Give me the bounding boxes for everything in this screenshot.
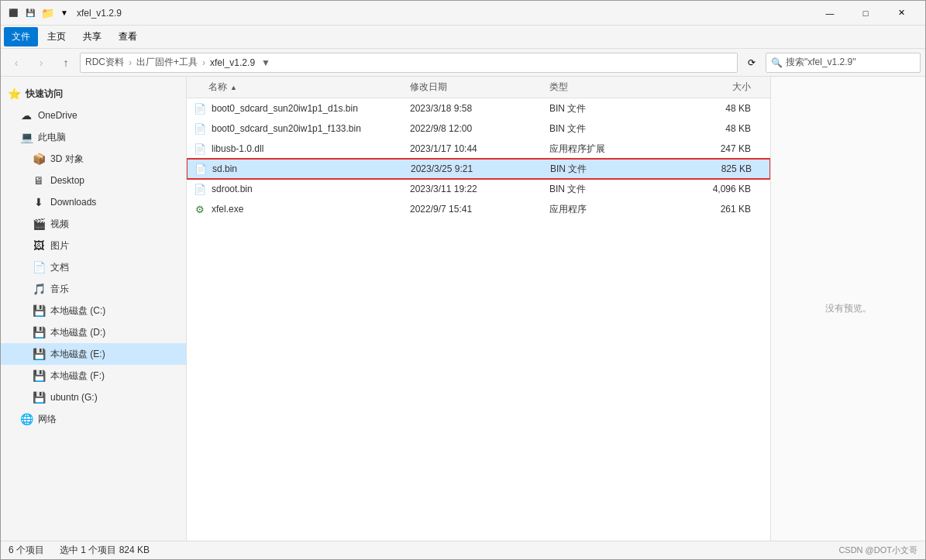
sidebar-item-drive-f[interactable]: 💾 本地磁盘 (F:) <box>1 365 186 387</box>
up-button[interactable]: ↑ <box>55 52 77 74</box>
search-icon: 🔍 <box>771 57 783 68</box>
table-row[interactable]: 📄 libusb-1.0.dll 2023/1/17 10:44 应用程序扩展 … <box>187 139 770 159</box>
col-header-type[interactable]: 类型 <box>549 81 658 94</box>
dropdown-arrow-icon: ▼ <box>58 7 71 19</box>
status-bar: 6 个项目 选中 1 个项目 824 KB CSDN @DOT小文哥 <box>1 541 925 559</box>
save-icon: 💾 <box>24 7 36 19</box>
file-icon-bin: 📄 <box>193 122 207 136</box>
table-row[interactable]: 📄 sdroot.bin 2023/3/11 19:22 BIN 文件 4,09… <box>187 179 770 199</box>
file-icon-bin: 📄 <box>194 162 208 176</box>
music-icon: 🎵 <box>32 283 46 295</box>
sidebar-item-videos[interactable]: 🎬 视频 <box>1 213 186 235</box>
address-crumb-current: xfel_v1.2.9 <box>210 57 255 68</box>
sidebar-item-drive-e[interactable]: 💾 本地磁盘 (E:) <box>1 343 186 365</box>
col-header-size[interactable]: 大小 <box>658 81 751 94</box>
drive-c-icon: 💾 <box>32 304 46 317</box>
maximize-button[interactable]: □ <box>848 1 883 26</box>
menu-view[interactable]: 查看 <box>111 27 145 46</box>
window-title: xfel_v1.2.9 <box>77 8 812 19</box>
file-type: BIN 文件 <box>549 122 658 136</box>
preview-pane: 没有预览。 <box>770 77 925 541</box>
back-button[interactable]: ‹ <box>5 52 27 74</box>
file-icon-bin: 📄 <box>193 182 207 196</box>
file-size: 247 KB <box>658 143 751 154</box>
search-bar[interactable]: 🔍 搜索"xfel_v1.2.9" <box>766 53 921 73</box>
download-icon: ⬇ <box>32 196 46 208</box>
file-size: 48 KB <box>658 123 751 134</box>
table-row[interactable]: 📄 boot0_sdcard_sun20iw1p1_f133.bin 2022/… <box>187 119 770 139</box>
search-text: 搜索"xfel_v1.2.9" <box>786 56 856 69</box>
table-row[interactable]: 📄 boot0_sdcard_sun20iw1p1_d1s.bin 2023/3… <box>187 98 770 119</box>
refresh-button[interactable]: ⟳ <box>741 52 762 74</box>
sidebar-item-ubuntn[interactable]: 💾 ubuntn (G:) <box>1 387 186 408</box>
sidebar-label-drive-d: 本地磁盘 (D:) <box>50 326 105 339</box>
menu-share[interactable]: 共享 <box>75 27 109 46</box>
file-name: xfel.exe <box>212 204 410 215</box>
address-sep-2: › <box>202 57 205 68</box>
sidebar-item-quick-access[interactable]: ⭐ 快速访问 <box>1 83 186 105</box>
file-name: boot0_sdcard_sun20iw1p1_f133.bin <box>212 123 410 134</box>
menu-home[interactable]: 主页 <box>40 27 74 46</box>
sidebar-label-network: 网络 <box>38 413 57 426</box>
drive-e-icon: 💾 <box>32 348 46 360</box>
sidebar-item-downloads[interactable]: ⬇ Downloads <box>1 191 186 213</box>
minimize-button[interactable]: — <box>812 1 848 26</box>
sidebar-label-3d: 3D 对象 <box>50 153 84 166</box>
no-preview-text: 没有预览。 <box>825 302 872 315</box>
sidebar-item-documents[interactable]: 📄 文档 <box>1 256 186 278</box>
file-type: 应用程序 <box>549 203 658 216</box>
col-header-name[interactable]: 名称 ▲ <box>193 81 410 94</box>
sidebar-item-3d[interactable]: 📦 3D 对象 <box>1 148 186 170</box>
sidebar-item-drive-d[interactable]: 💾 本地磁盘 (D:) <box>1 321 186 343</box>
drive-f-icon: 💾 <box>32 369 46 382</box>
drive-d-icon: 💾 <box>32 326 46 338</box>
sidebar-label-videos: 视频 <box>50 218 69 231</box>
sidebar-label-pictures: 图片 <box>50 239 69 253</box>
file-list: 名称 ▲ 修改日期 类型 大小 📄 boot0_sd <box>187 77 770 541</box>
close-button[interactable]: ✕ <box>883 1 919 26</box>
menu-file[interactable]: 文件 <box>4 27 38 46</box>
desktop-icon: 🖥 <box>32 174 46 187</box>
file-name: sd.bin <box>212 163 411 174</box>
sidebar-label-music: 音乐 <box>50 283 69 296</box>
sidebar-item-desktop[interactable]: 🖥 Desktop <box>1 170 186 191</box>
file-size: 48 KB <box>658 103 751 114</box>
sidebar-item-network[interactable]: 🌐 网络 <box>1 408 186 430</box>
address-bar[interactable]: RDC资料 › 出厂固件+工具 › xfel_v1.2.9 ▼ <box>80 53 738 73</box>
cloud-icon: ☁ <box>19 109 33 122</box>
computer-icon: 💻 <box>19 131 33 143</box>
file-size: 261 KB <box>658 204 751 215</box>
file-date: 2023/1/17 10:44 <box>410 143 549 154</box>
sidebar-item-onedrive[interactable]: ☁ OneDrive <box>1 105 186 126</box>
ubuntn-icon: 💾 <box>32 391 46 404</box>
video-icon: 🎬 <box>32 218 46 230</box>
file-date: 2022/9/7 15:41 <box>410 204 549 215</box>
file-type: BIN 文件 <box>549 183 658 196</box>
file-date: 2023/3/18 9:58 <box>410 103 549 114</box>
address-dropdown-icon[interactable]: ▼ <box>261 57 270 68</box>
documents-icon: 📄 <box>32 261 46 273</box>
sidebar-label-desktop: Desktop <box>50 175 84 186</box>
col-header-date[interactable]: 修改日期 <box>410 81 549 94</box>
sidebar-item-music[interactable]: 🎵 音乐 <box>1 278 186 300</box>
menu-bar: 文件 主页 共享 查看 <box>1 26 925 49</box>
sidebar-item-drive-c[interactable]: 💾 本地磁盘 (C:) <box>1 300 186 321</box>
table-row[interactable]: 📄 sd.bin 2023/3/25 9:21 BIN 文件 825 KB <box>187 159 770 179</box>
sidebar-item-pictures[interactable]: 🖼 图片 <box>1 235 186 256</box>
address-sep-1: › <box>129 57 132 68</box>
network-icon: 🌐 <box>19 413 33 425</box>
status-item-count: 6 个项目 <box>9 544 44 557</box>
folder-icon: 📁 <box>41 7 53 19</box>
window-controls: — □ ✕ <box>812 1 919 26</box>
sidebar-label-drive-c: 本地磁盘 (C:) <box>50 304 105 318</box>
sidebar-label-onedrive: OneDrive <box>38 110 77 121</box>
table-row[interactable]: ⚙ xfel.exe 2022/9/7 15:41 应用程序 261 KB <box>187 199 770 219</box>
main-area: ⭐ 快速访问 ☁ OneDrive 💻 此电脑 📦 3D 对象 🖥 Deskto… <box>1 77 925 541</box>
forward-button[interactable]: › <box>30 52 52 74</box>
sidebar-item-this-pc[interactable]: 💻 此电脑 <box>1 126 186 148</box>
file-type: 应用程序扩展 <box>549 143 658 156</box>
file-icon-bin: 📄 <box>193 101 207 115</box>
explorer-window: ⬛ 💾 📁 ▼ xfel_v1.2.9 — □ ✕ 文件 主页 共享 查看 ‹ … <box>0 0 926 560</box>
sidebar-label-quick-access: 快速访问 <box>26 88 63 101</box>
toolbar: ‹ › ↑ RDC资料 › 出厂固件+工具 › xfel_v1.2.9 ▼ ⟳ … <box>1 49 925 77</box>
